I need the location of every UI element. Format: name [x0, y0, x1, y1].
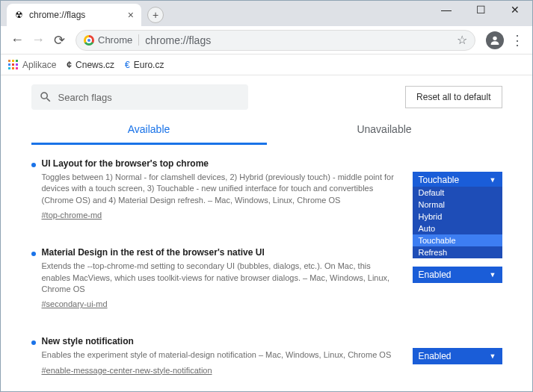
flag-dropdown[interactable]: Touchable▼ — [413, 172, 502, 188]
svg-point-0 — [493, 36, 496, 40]
bookmark-item-cnews[interactable]: ¢ Cnews.cz — [67, 60, 114, 70]
browser-tab[interactable]: ☢ chrome://flags × — [7, 4, 141, 26]
titlebar: ☢ chrome://flags × + — ☐ ✕ — [1, 1, 532, 26]
flag-item: UI Layout for the browser's top chrome T… — [31, 145, 502, 234]
flag-bullet — [31, 252, 36, 256]
tab-title: chrome://flags — [29, 10, 128, 20]
flag-anchor-link[interactable]: #secondary-ui-md — [42, 299, 108, 308]
flag-description: Extends the --top-chrome-md setting to s… — [42, 261, 398, 295]
close-window-button[interactable]: ✕ — [498, 1, 532, 19]
flag-anchor-link[interactable]: #top-chrome-md — [42, 211, 102, 220]
bookmarks-apps[interactable]: Aplikace — [8, 60, 56, 70]
flag-description: Toggles between 1) Normal - for clamshel… — [42, 172, 398, 206]
flag-title: Material Design in the rest of the brows… — [42, 247, 398, 258]
bookmark-item-euro[interactable]: € Euro.cz — [125, 60, 164, 70]
window-controls: — ☐ ✕ — [429, 1, 532, 19]
flag-description: Enables the experiment style of material… — [42, 349, 398, 361]
bookmark-label: Cnews.cz — [76, 60, 114, 70]
tab-close-icon[interactable]: × — [128, 9, 134, 21]
dropdown-option[interactable]: Refresh — [413, 246, 502, 258]
dropdown-option[interactable]: Auto — [413, 223, 502, 234]
tab-unavailable[interactable]: Unavailable — [267, 116, 502, 145]
chip-label: Chrome — [98, 34, 132, 46]
search-placeholder: Search flags — [58, 92, 112, 103]
dropdown-option[interactable]: Touchable — [413, 234, 502, 246]
forward-button[interactable]: → — [28, 30, 49, 51]
flag-title: UI Layout for the browser's top chrome — [42, 158, 398, 169]
omnibox[interactable]: Chrome chrome://flags ☆ — [76, 30, 475, 51]
bookmark-label: Euro.cz — [134, 60, 164, 70]
flag-bullet — [31, 340, 36, 345]
bookmark-favicon: € — [125, 60, 130, 70]
bookmark-star-icon[interactable]: ☆ — [457, 33, 467, 47]
bookmark-favicon: ¢ — [67, 60, 72, 70]
reload-button[interactable]: ⟳ — [49, 30, 70, 51]
bookmarks-apps-label: Aplikace — [22, 60, 56, 70]
flag-dropdown[interactable]: Enabled▼ — [413, 267, 502, 283]
tabs-row: Available Unavailable — [31, 116, 502, 145]
flag-item: New style notification Enables the exper… — [31, 323, 502, 388]
flag-dropdown[interactable]: Enabled▼ — [413, 348, 502, 364]
tab-favicon: ☢ — [13, 9, 25, 21]
dropdown-value: Touchable — [419, 175, 460, 185]
flags-content: Search flags Reset all to default Availa… — [31, 75, 502, 391]
new-tab-button[interactable]: + — [147, 7, 164, 23]
minimize-button[interactable]: — — [429, 1, 463, 19]
dropdown-value: Enabled — [419, 351, 452, 361]
page-scroll[interactable]: Search flags Reset all to default Availa… — [1, 75, 532, 391]
chevron-down-icon: ▼ — [490, 271, 496, 279]
omnibox-url: chrome://flags — [145, 34, 457, 46]
search-icon — [39, 90, 52, 104]
dropdown-value: Enabled — [419, 270, 452, 280]
flag-item: Enable Material Design bookmarks If enab… — [31, 389, 502, 391]
dropdown-option[interactable]: Default — [413, 187, 502, 199]
profile-avatar[interactable] — [486, 31, 504, 49]
bookmarks-bar: Aplikace ¢ Cnews.cz € Euro.cz — [1, 55, 532, 75]
search-input[interactable]: Search flags — [31, 84, 248, 110]
nav-toolbar: ← → ⟳ Chrome chrome://flags ☆ ⋮ — [1, 26, 532, 55]
chevron-down-icon: ▼ — [490, 176, 496, 184]
reset-all-button[interactable]: Reset all to default — [405, 86, 502, 108]
chevron-down-icon: ▼ — [490, 352, 496, 360]
maximize-button[interactable]: ☐ — [463, 1, 498, 19]
back-button[interactable]: ← — [7, 30, 28, 51]
apps-grid-icon — [8, 60, 19, 70]
tab-available[interactable]: Available — [31, 116, 267, 145]
menu-button[interactable]: ⋮ — [508, 32, 526, 49]
dropdown-option[interactable]: Normal — [413, 199, 502, 211]
flag-bullet — [31, 163, 36, 167]
omnibox-chip: Chrome — [84, 34, 139, 46]
dropdown-menu: DefaultNormalHybridAutoTouchableRefresh — [413, 187, 502, 258]
chrome-icon — [84, 35, 94, 46]
flag-anchor-link[interactable]: #enable-message-center-new-style-notific… — [42, 366, 212, 375]
flag-title: New style notification — [42, 336, 398, 346]
dropdown-option[interactable]: Hybrid — [413, 211, 502, 223]
